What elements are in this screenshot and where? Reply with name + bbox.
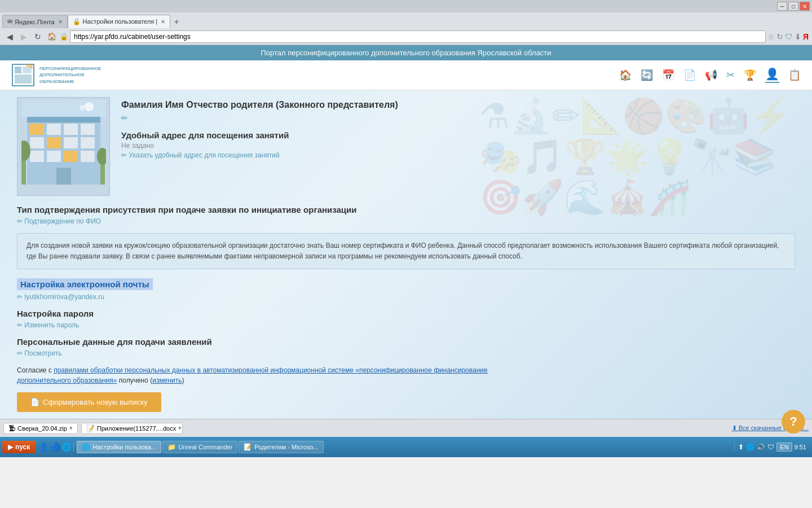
nav-refresh-icon[interactable]: 🔄 [641,69,653,81]
zip-icon: 🗜 [8,424,15,432]
content-wrapper: Фамилия Имя Отчество родителя (Законного… [0,90,812,419]
svg-rect-1 [15,67,21,73]
download-arrow-2: ▾ [178,424,182,432]
yandex-icon[interactable]: Я [803,32,809,41]
nav-document-icon[interactable]: 📄 [683,69,696,81]
downloads-bar: 🗜 Сверка_20.04.zip ▾ 📝 Приложение(115277… [0,419,812,437]
taskbar-browser-icon: 🌐 [82,443,90,451]
generate-button[interactable]: 📄 Сформировать новую выписку [17,392,161,412]
svg-rect-7 [30,124,44,135]
taskbar-item-unreal[interactable]: 📁 Unreal Commander [162,441,237,453]
start-label: пуск [15,443,30,451]
consent-before: Согласие с [17,366,54,374]
star-icon[interactable]: ☆ [767,32,775,41]
download-item-1[interactable]: 🗜 Сверка_20.04.zip ▾ [3,423,78,434]
email-section: Настройка электронной почты ✏ lyutikhomi… [17,278,795,301]
email-section-title: Настройка электронной почты [17,278,153,290]
confirmation-link[interactable]: ✏ Подтверждение по ФИО [17,217,795,225]
password-section: Настройка пароля ✏ Изменить пароль [17,309,795,329]
profile-image [17,97,110,196]
taskbar-item-1-label: Настройки пользова... [92,444,156,450]
consent-link[interactable]: правилами обработки персональных данных … [17,366,488,384]
tray-icon-1: ⬆ [738,443,744,451]
tray-icon-2: 🌐 [746,443,754,451]
help-button[interactable]: ? [782,410,805,433]
svg-rect-22 [100,162,105,185]
back-btn[interactable]: ◀ [3,30,16,43]
taskbar-items: 🌐 Настройки пользова... 📁 Unreal Command… [77,441,733,453]
start-button[interactable]: ▶ пуск [2,441,36,453]
taskbar: ▶ пуск 👤 🔵 🌐 🌐 Настройки пользова... 📁 U… [0,437,812,457]
tray-icon-4: 🛡 [767,443,774,451]
svg-rect-8 [47,124,61,135]
quick-icon-3[interactable]: 🌐 [61,443,71,452]
site-header: ПЕРСОНИФИЦИРОВАННОЕ ДОПОЛНИТЕЛЬНОЕ ОБРАЗ… [0,60,812,90]
start-icon: ▶ [8,443,13,451]
consent-section: Согласие с правилами обработки персональ… [17,365,524,386]
language-btn[interactable]: EN [776,443,792,452]
portal-banner: Портал персонифицированного дополнительн… [0,45,812,60]
profile-name: Фамилия Имя Отчество родителя (Законного… [121,100,795,110]
logo-text: ПЕРСОНИФИЦИРОВАННОЕ ДОПОЛНИТЕЛЬНОЕ ОБРАЗ… [39,65,101,85]
quick-icon-2[interactable]: 🔵 [50,443,60,452]
taskbar-parents-icon: 📝 [244,443,252,451]
svg-rect-11 [30,137,44,148]
address-input[interactable] [70,30,766,43]
nav-user-icon[interactable]: 👤 [765,67,779,83]
email-link[interactable]: ✏ lyutikhomirova@yandex.ru [17,293,795,301]
new-tab-btn[interactable]: + [170,16,183,28]
forward-btn[interactable]: ▶ [17,30,30,43]
window-maximize-btn[interactable]: □ [788,2,798,11]
taskbar-item-parents[interactable]: 📝 Родителям - Microso... [239,441,323,453]
docx-icon: 📝 [86,424,95,432]
nav-trophy-icon[interactable]: 🏆 [744,69,756,81]
taskbar-item-3-label: Родителям - Microso... [254,444,318,450]
logo-icon [11,63,35,87]
tab-yandex-mail[interactable]: ✉ Яндекс.Почта ✕ [2,15,68,28]
generate-label: Сформировать новую выписку [43,398,148,406]
download-name-1: Сверка_20.04.zip [17,425,67,432]
nav-calendar-icon[interactable]: 📅 [662,69,674,81]
svg-rect-6 [27,117,100,122]
home-btn[interactable]: 🏠 [46,30,58,43]
window-minimize-btn[interactable]: ─ [777,2,787,11]
set-address-link[interactable]: ✏ Указать удобный адрес для посещения за… [121,151,795,159]
view-personal-data-link[interactable]: ✏ Посмотреть [17,349,795,357]
browser-chrome: ─ □ ✕ ✉ Яндекс.Почта ✕ 🔒 Настройки польз… [0,0,812,45]
tab-close-2[interactable]: ✕ [161,19,165,25]
nav-scissors-icon[interactable]: ✂ [726,69,735,81]
profile-section: Фамилия Имя Отчество родителя (Законного… [17,97,795,196]
tab-favicon-1: ✉ [7,18,12,25]
svg-rect-15 [30,151,44,162]
download-arrow-1: ▾ [69,424,73,432]
refresh-btn[interactable]: ↻ [32,30,44,43]
confirmation-title: Тип подтверждения присутствия при подаче… [17,205,795,214]
window-close-btn[interactable]: ✕ [800,2,810,11]
nav-announce-icon[interactable]: 📢 [705,69,717,81]
change-password-link[interactable]: ✏ Изменить пароль [17,321,795,329]
download-item-2[interactable]: 📝 Приложение(115277....docx ▾ [81,423,183,434]
address-section: Удобный адрес для посещения занятий Не з… [121,130,795,159]
svg-rect-17 [64,151,78,162]
system-tray: ⬆ 🌐 🔊 🛡 EN 9:51 [734,443,810,452]
edit-name-btn[interactable]: ✏ [121,113,795,122]
quick-icon-1[interactable]: 👤 [39,443,48,452]
main-content: ⚗🔬✏📐🏀🎨🤖⚡🎭🎵🏆🌟💡🔭📚🎯🚀🌊🎪🎢 [0,90,812,419]
tab-settings[interactable]: 🔒 Настройки пользователя | ✕ [68,15,171,28]
svg-rect-14 [81,137,95,148]
nav-home-icon[interactable]: 🏠 [619,69,632,81]
download-icon[interactable]: ⬇ [795,32,801,41]
consent-change-link[interactable]: изменить [152,376,182,384]
svg-rect-3 [15,75,32,84]
refresh-icon2[interactable]: ↻ [776,32,783,41]
tab-close-1[interactable]: ✕ [58,19,63,25]
svg-rect-13 [64,137,78,148]
generate-icon: 📄 [30,398,39,406]
taskbar-item-browser[interactable]: 🌐 Настройки пользова... [77,441,161,453]
svg-rect-9 [64,124,78,135]
consent-end: ) [182,376,184,384]
nav-clipboard-icon[interactable]: 📋 [788,69,801,81]
logo-area: ПЕРСОНИФИЦИРОВАННОЕ ДОПОЛНИТЕЛЬНОЕ ОБРАЗ… [11,63,101,87]
svg-point-27 [80,105,85,111]
info-box: Для создания новой заявки на кружок/секц… [17,233,795,269]
